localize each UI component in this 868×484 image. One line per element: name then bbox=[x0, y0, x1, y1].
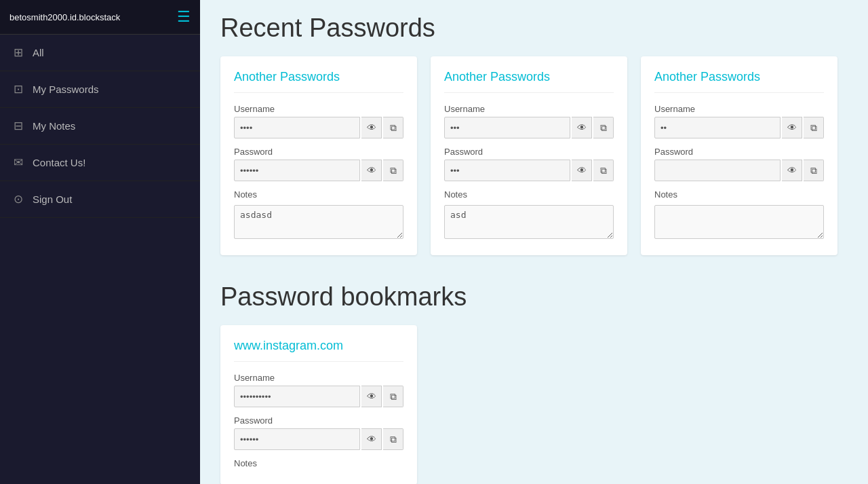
bookmark-cards-row: www.instagram.com Username 👁 ⧉ Password … bbox=[220, 325, 848, 484]
bookmark-card-1: www.instagram.com Username 👁 ⧉ Password … bbox=[220, 325, 417, 484]
sidebar-item-my-passwords[interactable]: ⊡ My Passwords bbox=[0, 71, 200, 108]
bookmark-card-1-password-input[interactable] bbox=[234, 428, 360, 450]
card-2-password-label: Password bbox=[444, 147, 614, 157]
card-3-username-row: 👁 ⧉ bbox=[654, 117, 824, 138]
card-3-password-copy-button[interactable]: ⧉ bbox=[804, 160, 824, 181]
card-2-notes-textarea[interactable]: asd bbox=[444, 205, 614, 239]
card-2-username-label: Username bbox=[444, 104, 614, 114]
signout-icon: ⊙ bbox=[14, 192, 23, 206]
recent-passwords-title: Recent Passwords bbox=[220, 14, 848, 43]
sidebar-item-contact[interactable]: ✉ Contact Us! bbox=[0, 145, 200, 181]
sidebar-item-sign-out-label: Sign Out bbox=[33, 193, 72, 205]
recent-card-2: Another Passwords Username 👁 ⧉ Password … bbox=[431, 56, 627, 255]
card-3-username-label: Username bbox=[654, 104, 824, 114]
card-1-username-row: 👁 ⧉ bbox=[234, 117, 403, 138]
notes-icon: ⊟ bbox=[14, 119, 23, 133]
card-1-username-input[interactable] bbox=[234, 117, 360, 138]
bookmarks-title: Password bookmarks bbox=[220, 282, 848, 312]
recent-card-3: Another Passwords Username 👁 ⧉ Password … bbox=[641, 56, 837, 255]
card-1-password-input[interactable] bbox=[234, 160, 360, 181]
bookmark-card-1-title: www.instagram.com bbox=[234, 339, 403, 362]
card-1-password-eye-button[interactable]: 👁 bbox=[361, 160, 382, 181]
bookmark-card-1-password-eye-button[interactable]: 👁 bbox=[361, 428, 382, 450]
card-1-password-copy-button[interactable]: ⧉ bbox=[383, 160, 403, 181]
card-2-password-eye-button[interactable]: 👁 bbox=[572, 160, 592, 181]
sidebar-item-all-label: All bbox=[33, 47, 44, 58]
bookmark-card-1-notes-label: Notes bbox=[234, 458, 403, 468]
card-3-username-input[interactable] bbox=[654, 117, 781, 138]
card-1-username-eye-button[interactable]: 👁 bbox=[361, 117, 382, 138]
bookmark-card-1-username-label: Username bbox=[234, 373, 403, 383]
card-2-password-input[interactable] bbox=[444, 160, 570, 181]
card-2-password-row: 👁 ⧉ bbox=[444, 160, 614, 181]
hamburger-icon[interactable]: ☰ bbox=[177, 8, 191, 26]
bookmark-card-1-password-label: Password bbox=[234, 415, 403, 426]
bookmark-card-1-username-copy-button[interactable]: ⧉ bbox=[383, 386, 403, 407]
card-1-password-label: Password bbox=[234, 147, 403, 157]
recent-cards-row: Another Passwords Username 👁 ⧉ Password … bbox=[220, 56, 848, 255]
card-1-username-copy-button[interactable]: ⧉ bbox=[383, 117, 403, 138]
sidebar-username: betosmith2000.id.blockstack bbox=[9, 12, 172, 22]
card-2-username-row: 👁 ⧉ bbox=[444, 117, 614, 138]
bookmark-card-1-username-row: 👁 ⧉ bbox=[234, 386, 403, 407]
card-2-username-eye-button[interactable]: 👁 bbox=[572, 117, 592, 138]
passwords-icon: ⊡ bbox=[14, 82, 23, 96]
bookmark-card-1-username-eye-button[interactable]: 👁 bbox=[361, 386, 382, 407]
card-3-username-eye-button[interactable]: 👁 bbox=[782, 117, 802, 138]
card-3-notes-textarea[interactable] bbox=[654, 205, 824, 239]
card-1-title: Another Passwords bbox=[234, 70, 403, 93]
card-1-password-row: 👁 ⧉ bbox=[234, 160, 403, 181]
bookmark-card-1-password-copy-button[interactable]: ⧉ bbox=[383, 428, 403, 450]
sidebar-nav: ⊞ All ⊡ My Passwords ⊟ My Notes ✉ Contac… bbox=[0, 35, 200, 218]
sidebar-item-contact-label: Contact Us! bbox=[33, 157, 85, 168]
sidebar-item-my-notes-label: My Notes bbox=[33, 120, 75, 132]
card-2-notes-label: Notes bbox=[444, 189, 614, 200]
card-2-title: Another Passwords bbox=[444, 70, 614, 93]
card-2-password-copy-button[interactable]: ⧉ bbox=[593, 160, 614, 181]
card-3-username-copy-button[interactable]: ⧉ bbox=[804, 117, 824, 138]
sidebar-item-my-notes[interactable]: ⊟ My Notes bbox=[0, 108, 200, 145]
all-icon: ⊞ bbox=[14, 45, 23, 60]
sidebar-item-sign-out[interactable]: ⊙ Sign Out bbox=[0, 181, 200, 218]
sidebar-header: betosmith2000.id.blockstack ☰ bbox=[0, 0, 200, 35]
card-3-password-input[interactable] bbox=[654, 160, 781, 181]
card-1-username-label: Username bbox=[234, 104, 403, 114]
card-1-notes-textarea[interactable]: asdasd bbox=[234, 205, 403, 239]
main-content: Recent Passwords Another Passwords Usern… bbox=[200, 0, 868, 484]
contact-icon: ✉ bbox=[14, 155, 23, 170]
card-1-notes-label: Notes bbox=[234, 189, 403, 200]
card-3-notes-label: Notes bbox=[654, 189, 824, 200]
card-3-password-label: Password bbox=[654, 147, 824, 157]
sidebar-item-all[interactable]: ⊞ All bbox=[0, 35, 200, 71]
sidebar-item-my-passwords-label: My Passwords bbox=[33, 83, 99, 95]
card-3-password-eye-button[interactable]: 👁 bbox=[782, 160, 802, 181]
card-2-username-copy-button[interactable]: ⧉ bbox=[593, 117, 614, 138]
bookmark-card-1-username-input[interactable] bbox=[234, 386, 360, 407]
card-3-password-row: 👁 ⧉ bbox=[654, 160, 824, 181]
sidebar: betosmith2000.id.blockstack ☰ ⊞ All ⊡ My… bbox=[0, 0, 200, 484]
card-3-title: Another Passwords bbox=[654, 70, 824, 93]
card-2-username-input[interactable] bbox=[444, 117, 570, 138]
bookmark-card-1-password-row: 👁 ⧉ bbox=[234, 428, 403, 450]
recent-card-1: Another Passwords Username 👁 ⧉ Password … bbox=[220, 56, 417, 255]
